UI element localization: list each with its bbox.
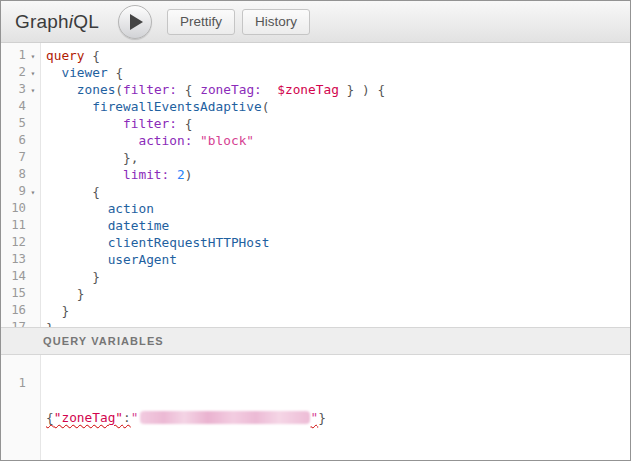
line-number: 6 bbox=[1, 132, 26, 149]
line-number: 7 bbox=[1, 149, 26, 166]
gutter-row: 1▾ bbox=[1, 47, 40, 64]
code-line: } bbox=[46, 285, 385, 302]
code-token: } bbox=[92, 269, 100, 284]
code-token bbox=[46, 65, 61, 80]
gutter-row: 17 bbox=[1, 319, 40, 327]
fold-arrow-icon[interactable]: ▾ bbox=[31, 69, 36, 78]
play-icon bbox=[130, 14, 143, 30]
code-token bbox=[46, 201, 108, 216]
fold-arrow-icon[interactable]: ▾ bbox=[31, 52, 36, 61]
code-token: action: bbox=[138, 133, 192, 148]
code-token bbox=[46, 116, 123, 131]
gutter-row: 4 bbox=[1, 98, 40, 115]
code-line: } bbox=[46, 302, 385, 319]
gutter-row: 14 bbox=[1, 268, 40, 285]
code-token bbox=[169, 167, 177, 182]
code-line: clientRequestHTTPHost bbox=[46, 234, 385, 251]
code-line: datetime bbox=[46, 217, 385, 234]
code-line: query { bbox=[46, 47, 385, 64]
code-token bbox=[46, 218, 108, 233]
variables-code-pane[interactable]: {"zoneTag":""} bbox=[41, 355, 326, 460]
query-variables-title-bar[interactable]: Query Variables bbox=[1, 327, 630, 355]
line-number: 2 bbox=[1, 64, 26, 81]
query-editor[interactable]: 1▾2▾3▾456789▾1011121314151617 query { vi… bbox=[1, 43, 630, 327]
fold-arrow-icon[interactable]: ▾ bbox=[31, 188, 36, 197]
code-line: }, bbox=[46, 149, 385, 166]
code-token: } bbox=[46, 320, 54, 327]
code-token: { bbox=[92, 184, 100, 199]
prettify-button[interactable]: Prettify bbox=[167, 9, 235, 35]
code-token: datetime bbox=[108, 218, 170, 233]
gutter-row: 1 bbox=[1, 375, 40, 392]
code-line: action bbox=[46, 200, 385, 217]
code-token: { bbox=[185, 116, 193, 131]
code-token: zones bbox=[77, 82, 116, 97]
gutter-row: 8 bbox=[1, 166, 40, 183]
code-line: } bbox=[46, 268, 385, 285]
code-line: { bbox=[46, 183, 385, 200]
toolbar: GraphiQL Prettify History bbox=[1, 1, 630, 43]
code-token bbox=[192, 133, 200, 148]
query-variables-editor[interactable]: 1 {"zoneTag":""} bbox=[1, 355, 630, 460]
code-line: viewer { bbox=[46, 64, 385, 81]
line-number: 10 bbox=[1, 200, 26, 217]
logo-text-suffix: QL bbox=[73, 11, 99, 32]
code-line: limit: 2) bbox=[46, 166, 385, 183]
code-token: ) bbox=[362, 82, 370, 97]
code-token: viewer bbox=[61, 65, 107, 80]
gutter-row: 16 bbox=[1, 302, 40, 319]
code-token bbox=[46, 150, 123, 165]
line-number: 16 bbox=[1, 302, 26, 319]
code-token bbox=[46, 235, 108, 250]
code-token bbox=[46, 269, 92, 284]
variables-gutter: 1 bbox=[1, 355, 41, 460]
graphiql-window: GraphiQL Prettify History 1▾2▾3▾456789▾1… bbox=[0, 0, 631, 461]
code-token bbox=[46, 184, 92, 199]
line-number: 14 bbox=[1, 268, 26, 285]
code-token: ( bbox=[262, 99, 270, 114]
code-line: action: "block" bbox=[46, 132, 385, 149]
gutter-row: 12 bbox=[1, 234, 40, 251]
execute-query-button[interactable] bbox=[118, 5, 152, 39]
line-number: 1 bbox=[1, 47, 26, 64]
code-token: query bbox=[46, 48, 85, 63]
code-token bbox=[46, 167, 123, 182]
code-token: 2 bbox=[177, 167, 185, 182]
code-token: firewallEventsAdaptive bbox=[92, 99, 262, 114]
line-number: 15 bbox=[1, 285, 26, 302]
code-token bbox=[177, 82, 185, 97]
line-number: 17 bbox=[1, 319, 26, 327]
code-token bbox=[46, 99, 92, 114]
code-token: } bbox=[61, 303, 69, 318]
code-token: { bbox=[115, 65, 123, 80]
code-token: userAgent bbox=[108, 252, 177, 267]
line-number: 11 bbox=[1, 217, 26, 234]
code-line: filter: { bbox=[46, 115, 385, 132]
code-token bbox=[46, 133, 138, 148]
code-token bbox=[262, 82, 277, 97]
code-token: $zoneTag bbox=[277, 82, 339, 97]
gutter-row: 6 bbox=[1, 132, 40, 149]
history-button[interactable]: History bbox=[242, 9, 310, 35]
gutter-row: 13 bbox=[1, 251, 40, 268]
code-token: ( bbox=[115, 82, 123, 97]
gutter-row: 10 bbox=[1, 200, 40, 217]
code-line: userAgent bbox=[46, 251, 385, 268]
gutter-row: 11 bbox=[1, 217, 40, 234]
line-number: 8 bbox=[1, 166, 26, 183]
fold-arrow-icon[interactable]: ▾ bbox=[31, 86, 36, 95]
gutter-row: 7 bbox=[1, 149, 40, 166]
query-code-pane[interactable]: query { viewer { zones(filter: { zoneTag… bbox=[41, 43, 385, 327]
code-token: } bbox=[77, 286, 85, 301]
code-token bbox=[46, 286, 77, 301]
line-number: 13 bbox=[1, 251, 26, 268]
variables-code-line: {"zoneTag":""} bbox=[46, 409, 326, 426]
code-token: } bbox=[318, 410, 326, 425]
line-number: 3 bbox=[1, 81, 26, 98]
line-number-gutter: 1▾2▾3▾456789▾1011121314151617 bbox=[1, 43, 41, 327]
code-line: firewallEventsAdaptive( bbox=[46, 98, 385, 115]
code-token bbox=[46, 303, 61, 318]
code-token bbox=[46, 252, 108, 267]
line-number: 1 bbox=[1, 375, 26, 392]
code-token: " bbox=[131, 410, 139, 425]
